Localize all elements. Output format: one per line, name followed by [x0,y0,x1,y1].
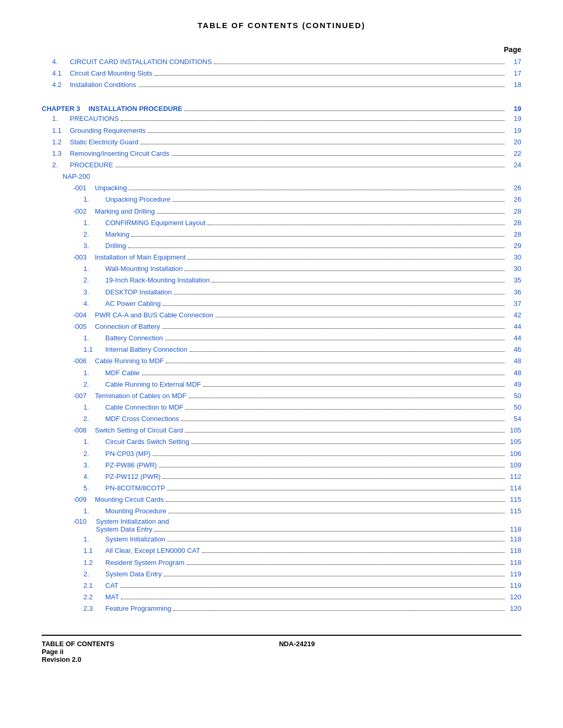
toc-text: Drilling [105,241,126,251]
toc-page: 44 [507,333,521,343]
toc-entry: 5.PN-8COTM/8COTP114 [42,483,521,493]
toc-text: MDF Cross Connections [105,414,179,424]
toc-dots [191,443,505,444]
toc-dots [157,213,505,214]
toc-page: 24 [507,160,521,170]
toc-page: 48 [507,368,521,378]
toc-label: 2.3 [83,603,102,614]
toc-label: 1. [83,534,102,545]
toc-text: Cable Connection to MDF [105,402,183,413]
toc-dots [185,270,505,271]
toc-page: 28 [507,229,521,240]
toc-label: 2. [52,160,67,170]
toc-container: 4.CIRCUIT CARD INSTALLATION CONDITIONS17… [42,57,521,614]
toc-text: AC Power Cabling [105,299,161,309]
toc-entry: 3.PZ-PW86 (PWR)109 [42,460,521,471]
toc-label: 2.1 [83,581,102,591]
toc-text: Unpacking Procedure [105,194,170,205]
toc-page: 118 [507,558,521,568]
toc-entry: 4.1Circuit Card Mounting Slots17 [42,68,521,79]
toc-entry: 1.Circuit Cards Switch Setting105 [42,437,521,447]
toc-dots [185,432,505,433]
toc-label: -007 [73,391,92,401]
toc-entry: 1.MDF Cable48 [42,368,521,378]
toc-page: 115 [507,495,521,505]
toc-entry: 1.1Grounding Requirements19 [42,126,521,136]
toc-page: 30 [507,264,521,274]
toc-page: 28 [507,206,521,217]
toc-label: 1. [83,402,102,413]
toc-text: Circuit Card Mounting Slots [70,68,152,79]
toc-page: 54 [507,414,521,424]
toc-label: 2. [83,414,102,424]
toc-label: 1.1 [83,344,102,355]
toc-dots [153,455,505,456]
toc-text: PROCEDURE [70,160,113,170]
toc-page: 19 [507,126,521,136]
toc-entry: 1.PRECAUTIONS19 [42,114,521,124]
toc-dots [215,317,505,317]
toc-page: 19 [507,105,521,113]
toc-entry: 1.Unpacking Procedure26 [42,194,521,205]
toc-text: Mounting Circuit Cards [95,495,164,505]
toc-entry: 1.Cable Connection to MDF50 [42,402,521,413]
toc-text: Switch Setting of Circuit Card [95,425,183,436]
toc-label: 4. [52,57,67,67]
chapter-label: CHAPTER 3 [42,105,80,113]
toc-page: 119 [507,569,521,579]
toc-label: 3. [83,241,102,251]
toc-text: Circuit Cards Switch Setting [105,437,189,447]
toc-text: PRECAUTIONS [70,114,119,124]
toc-text: PWR CA-A and BUS Cable Connection [95,310,213,320]
toc-text: Mounting Procedure [105,506,166,516]
toc-entry: 3.Drilling29 [42,241,521,251]
toc-dots [148,132,505,133]
page-label: Page [42,45,521,54]
toc-label: 5. [83,483,102,493]
toc-text: 19-Inch Rack-Mounting Installation [105,275,210,286]
toc-text: MDF Cable [105,368,140,378]
footer-center: NDA-24219 [279,640,315,648]
toc-text: PZ-PW86 (PWR) [105,460,157,471]
toc-dots [185,110,505,111]
chapter-text: INSTALLATION PROCEDURE [89,105,182,113]
toc-label: -010 [73,517,92,525]
toc-label: 1.2 [83,558,102,568]
toc-dots [174,294,505,294]
toc-text: Termination of Cables on MDF [95,391,187,401]
toc-page: 112 [507,472,521,482]
toc-label: 1.3 [52,149,67,159]
toc-dots [173,610,505,611]
toc-entry: 1.3Removing/Inserting Circuit Cards22 [42,149,521,159]
toc-dots [189,398,505,398]
toc-dots [212,282,505,282]
toc-entry: 2.MDF Cross Connections54 [42,414,521,424]
toc-entry: 4.PZ-PW112 (PWR)112 [42,472,521,482]
toc-page: 35 [507,275,521,286]
toc-entry: -007Termination of Cables on MDF50 [42,391,521,401]
toc-page: 46 [507,344,521,355]
toc-entry: 1.2Static Electricity Guard20 [42,137,521,147]
toc-text: PN-CP03 (MP) [105,449,151,459]
toc-page: 22 [507,149,521,159]
toc-page: 29 [507,241,521,251]
toc-dots [166,363,505,363]
toc-dots [131,236,505,237]
toc-dots [167,490,505,490]
toc-text: Cable Running to MDF [95,356,164,366]
toc-text: CAT [105,581,118,591]
toc-label: 2. [83,449,102,459]
toc-dots [203,386,505,387]
toc-entry: 4.CIRCUIT CARD INSTALLATION CONDITIONS17 [42,57,521,67]
toc-multiline-entry: -010System Initialization andSystem Data… [42,517,521,533]
toc-label: 2. [83,379,102,390]
toc-page: 119 [507,581,521,591]
toc-text: PZ-PW112 (PWR) [105,472,161,482]
toc-dots [168,513,505,513]
toc-text: Internal Battery Connection [105,344,188,355]
toc-text-line1: System Initialization and [96,517,169,525]
toc-label: -006 [73,356,92,366]
toc-text: Marking [105,229,129,240]
toc-entry: 1.1Internal Battery Connection46 [42,344,521,355]
toc-entry: 2.Cable Running to External MDF49 [42,379,521,390]
